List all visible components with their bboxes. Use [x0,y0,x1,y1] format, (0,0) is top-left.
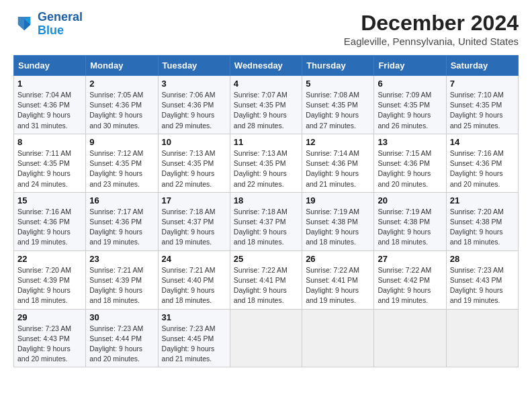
calendar-cell: 4Sunrise: 7:07 AM Sunset: 4:35 PM Daylig… [230,76,302,134]
day-info: Sunrise: 7:17 AM Sunset: 4:36 PM Dayligh… [89,207,154,248]
day-number: 28 [450,254,515,264]
day-number: 12 [306,137,370,147]
calendar-cell: 28Sunrise: 7:23 AM Sunset: 4:43 PM Dayli… [446,250,518,309]
weekday-header-friday: Friday [374,56,446,76]
day-info: Sunrise: 7:13 AM Sunset: 4:35 PM Dayligh… [162,148,226,189]
calendar-cell: 5Sunrise: 7:08 AM Sunset: 4:35 PM Daylig… [302,76,374,134]
calendar-cell: 7Sunrise: 7:10 AM Sunset: 4:35 PM Daylig… [446,76,518,134]
day-number: 22 [17,254,82,264]
calendar-cell: 19Sunrise: 7:19 AM Sunset: 4:38 PM Dayli… [302,192,374,250]
day-info: Sunrise: 7:14 AM Sunset: 4:36 PM Dayligh… [306,148,370,189]
calendar-cell: 21Sunrise: 7:20 AM Sunset: 4:38 PM Dayli… [446,192,518,250]
day-info: Sunrise: 7:12 AM Sunset: 4:35 PM Dayligh… [89,148,154,189]
day-number: 3 [162,79,226,89]
calendar-cell: 6Sunrise: 7:09 AM Sunset: 4:35 PM Daylig… [374,76,446,134]
calendar-cell: 23Sunrise: 7:21 AM Sunset: 4:39 PM Dayli… [86,250,158,309]
calendar-cell [230,309,302,367]
day-number: 26 [306,254,370,264]
week-row-5: 29Sunrise: 7:23 AM Sunset: 4:43 PM Dayli… [14,309,519,367]
day-number: 27 [378,254,442,264]
calendar-cell: 14Sunrise: 7:16 AM Sunset: 4:36 PM Dayli… [446,134,518,192]
calendar-cell: 10Sunrise: 7:13 AM Sunset: 4:35 PM Dayli… [158,134,230,192]
day-info: Sunrise: 7:22 AM Sunset: 4:42 PM Dayligh… [378,265,442,306]
day-info: Sunrise: 7:23 AM Sunset: 4:43 PM Dayligh… [450,265,515,306]
day-number: 31 [162,312,226,322]
day-number: 14 [450,137,515,147]
day-info: Sunrise: 7:09 AM Sunset: 4:35 PM Dayligh… [378,90,442,131]
day-number: 25 [234,254,298,264]
day-info: Sunrise: 7:19 AM Sunset: 4:38 PM Dayligh… [378,207,442,248]
day-info: Sunrise: 7:16 AM Sunset: 4:36 PM Dayligh… [17,207,82,248]
day-number: 19 [306,195,370,205]
calendar-cell: 29Sunrise: 7:23 AM Sunset: 4:43 PM Dayli… [14,309,86,367]
calendar-cell: 22Sunrise: 7:20 AM Sunset: 4:39 PM Dayli… [14,250,86,309]
day-number: 15 [17,195,82,205]
calendar-cell: 2Sunrise: 7:05 AM Sunset: 4:36 PM Daylig… [86,76,158,134]
day-number: 29 [17,312,82,322]
day-info: Sunrise: 7:15 AM Sunset: 4:36 PM Dayligh… [378,148,442,189]
day-info: Sunrise: 7:20 AM Sunset: 4:39 PM Dayligh… [17,265,82,306]
calendar-body: 1Sunrise: 7:04 AM Sunset: 4:36 PM Daylig… [14,76,519,367]
calendar-cell: 30Sunrise: 7:23 AM Sunset: 4:44 PM Dayli… [86,309,158,367]
calendar-cell: 16Sunrise: 7:17 AM Sunset: 4:36 PM Dayli… [86,192,158,250]
calendar-cell: 15Sunrise: 7:16 AM Sunset: 4:36 PM Dayli… [14,192,86,250]
day-number: 13 [378,137,442,147]
calendar-cell: 17Sunrise: 7:18 AM Sunset: 4:37 PM Dayli… [158,192,230,250]
day-info: Sunrise: 7:22 AM Sunset: 4:41 PM Dayligh… [234,265,298,306]
day-info: Sunrise: 7:21 AM Sunset: 4:39 PM Dayligh… [89,265,154,306]
day-info: Sunrise: 7:16 AM Sunset: 4:36 PM Dayligh… [450,148,515,189]
calendar-cell [302,309,374,367]
calendar-cell: 25Sunrise: 7:22 AM Sunset: 4:41 PM Dayli… [230,250,302,309]
page-header: General Blue December 2024 Eagleville, P… [13,11,519,47]
day-number: 6 [378,79,442,89]
day-number: 20 [378,195,442,205]
day-number: 2 [89,79,154,89]
day-number: 1 [17,79,82,89]
calendar-table: SundayMondayTuesdayWednesdayThursdayFrid… [13,55,519,367]
weekday-header-thursday: Thursday [302,56,374,76]
logo-text: General Blue [38,11,83,38]
day-number: 17 [162,195,226,205]
weekday-header-wednesday: Wednesday [230,56,302,76]
day-number: 24 [162,254,226,264]
day-info: Sunrise: 7:04 AM Sunset: 4:36 PM Dayligh… [17,90,82,131]
calendar-cell: 13Sunrise: 7:15 AM Sunset: 4:36 PM Dayli… [374,134,446,192]
day-info: Sunrise: 7:05 AM Sunset: 4:36 PM Dayligh… [89,90,154,131]
logo: General Blue [13,11,83,38]
day-info: Sunrise: 7:23 AM Sunset: 4:45 PM Dayligh… [162,324,226,365]
week-row-3: 15Sunrise: 7:16 AM Sunset: 4:36 PM Dayli… [14,192,519,250]
day-info: Sunrise: 7:19 AM Sunset: 4:38 PM Dayligh… [306,207,370,248]
weekday-header-sunday: Sunday [14,56,86,76]
calendar-cell: 3Sunrise: 7:06 AM Sunset: 4:36 PM Daylig… [158,76,230,134]
calendar-cell: 11Sunrise: 7:13 AM Sunset: 4:35 PM Dayli… [230,134,302,192]
day-info: Sunrise: 7:07 AM Sunset: 4:35 PM Dayligh… [234,90,298,131]
day-number: 23 [89,254,154,264]
day-number: 5 [306,79,370,89]
day-number: 11 [234,137,298,147]
calendar-cell: 26Sunrise: 7:22 AM Sunset: 4:41 PM Dayli… [302,250,374,309]
week-row-1: 1Sunrise: 7:04 AM Sunset: 4:36 PM Daylig… [14,76,519,134]
calendar-cell: 24Sunrise: 7:21 AM Sunset: 4:40 PM Dayli… [158,250,230,309]
calendar-header: SundayMondayTuesdayWednesdayThursdayFrid… [14,56,519,76]
day-info: Sunrise: 7:13 AM Sunset: 4:35 PM Dayligh… [234,148,298,189]
day-number: 8 [17,137,82,147]
day-number: 16 [89,195,154,205]
weekday-header-saturday: Saturday [446,56,518,76]
day-info: Sunrise: 7:18 AM Sunset: 4:37 PM Dayligh… [162,207,226,248]
day-number: 18 [234,195,298,205]
day-info: Sunrise: 7:23 AM Sunset: 4:44 PM Dayligh… [89,324,154,365]
location-subtitle: Eagleville, Pennsylvania, United States [344,36,519,47]
day-info: Sunrise: 7:10 AM Sunset: 4:35 PM Dayligh… [450,90,515,131]
day-number: 9 [89,137,154,147]
calendar-cell: 8Sunrise: 7:11 AM Sunset: 4:35 PM Daylig… [14,134,86,192]
weekday-header-monday: Monday [86,56,158,76]
calendar-cell: 1Sunrise: 7:04 AM Sunset: 4:36 PM Daylig… [14,76,86,134]
title-block: December 2024 Eagleville, Pennsylvania, … [344,11,519,47]
day-number: 30 [89,312,154,322]
calendar-cell: 27Sunrise: 7:22 AM Sunset: 4:42 PM Dayli… [374,250,446,309]
calendar-cell [446,309,518,367]
day-info: Sunrise: 7:06 AM Sunset: 4:36 PM Dayligh… [162,90,226,131]
calendar-cell: 31Sunrise: 7:23 AM Sunset: 4:45 PM Dayli… [158,309,230,367]
calendar-cell: 9Sunrise: 7:12 AM Sunset: 4:35 PM Daylig… [86,134,158,192]
calendar-cell: 12Sunrise: 7:14 AM Sunset: 4:36 PM Dayli… [302,134,374,192]
